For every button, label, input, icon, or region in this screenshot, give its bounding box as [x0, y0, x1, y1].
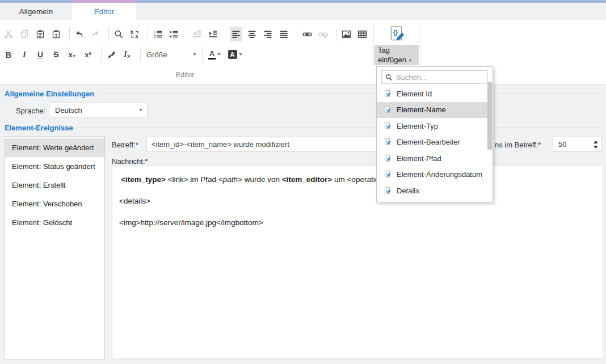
- tab-editor[interactable]: Editor: [72, 3, 136, 20]
- paste-icon[interactable]: [34, 27, 47, 41]
- table-icon[interactable]: [356, 27, 368, 41]
- section-general-settings: Allgemeine Einstellungen: [5, 90, 604, 98]
- svg-text:{}: {}: [386, 91, 389, 94]
- toolbar-separator: [297, 27, 297, 41]
- svg-text:a: a: [135, 33, 138, 39]
- insert-tag-menu: {}Element Id {}Element-Name {}Element-Ty…: [376, 66, 493, 202]
- svg-text:b: b: [131, 29, 133, 35]
- tag-icon: {}: [384, 154, 392, 163]
- subject-length-label: ns im Betreff:*: [495, 141, 541, 149]
- message-label: Nachricht:*: [112, 157, 148, 166]
- text-color-icon[interactable]: A: [206, 47, 223, 62]
- tag-menu-search[interactable]: [381, 70, 488, 84]
- bold-icon[interactable]: B: [2, 47, 15, 62]
- image-icon[interactable]: [340, 27, 352, 41]
- outdent-icon[interactable]: [191, 27, 203, 41]
- message-line-1: <item_type> <link> im Pfad <path> wurde …: [119, 175, 596, 184]
- toolbar-row-1: T ba 12: [2, 26, 372, 43]
- menu-item-element-id[interactable]: {}Element Id: [377, 86, 488, 102]
- list-item-erstellt[interactable]: Element: Erstellt: [5, 176, 104, 194]
- link-icon[interactable]: [301, 27, 313, 41]
- justify-icon[interactable]: [277, 27, 290, 41]
- undo-icon[interactable]: [73, 27, 86, 41]
- menu-item-element-bearbeiter[interactable]: {}Element-Bearbeiter: [377, 134, 488, 151]
- strikethrough-icon[interactable]: S: [50, 47, 62, 62]
- tab-allgemein[interactable]: Allgemein: [0, 3, 72, 20]
- language-value: Deutsch: [55, 106, 82, 115]
- tag-icon: {}: [384, 105, 392, 114]
- insert-tag-icon: {}: [374, 22, 419, 45]
- list-item-werte-geaendert[interactable]: Element: Werte geändert: [5, 138, 104, 157]
- svg-text:{}: {}: [386, 139, 389, 143]
- align-center-icon[interactable]: [246, 27, 258, 41]
- svg-text:{}: {}: [386, 188, 389, 191]
- svg-text:{}: {}: [386, 107, 389, 111]
- svg-text:{}: {}: [393, 29, 398, 36]
- tag-icon: {}: [384, 138, 392, 146]
- section-element-events: Element-Ereignisse: [5, 124, 604, 132]
- menu-item-element-aenderungsdatum[interactable]: {}Element-Änderungsdatum: [377, 167, 488, 183]
- remove-formatting-icon[interactable]: I×: [121, 47, 133, 62]
- font-size-dropdown[interactable]: Größe: [144, 50, 199, 59]
- list-item-status-geaendert[interactable]: Element: Status geändert: [5, 157, 104, 176]
- toolbar-separator: [226, 27, 226, 41]
- insert-tag-button[interactable]: {} Tag einfügen: [374, 22, 419, 65]
- toolbar-row-2: B I U S x₂ x² I× Größe A A: [2, 46, 247, 63]
- toolbar-separator: [148, 27, 148, 41]
- chevron-down-icon: [239, 53, 242, 56]
- paste-as-text-icon[interactable]: T: [50, 27, 62, 41]
- editor-settings-window: Allgemein Editor T ba 12: [0, 0, 606, 364]
- editor-ribbon: T ba 12 B I: [0, 20, 606, 84]
- list-item-verschoben[interactable]: Element: Verschoben: [5, 194, 104, 213]
- event-list: Element: Werte geändert Element: Status …: [5, 136, 105, 359]
- message-line-3: <img>http://server/image.jpg</imgbottom>: [119, 218, 596, 227]
- tag-menu-scrollbar[interactable]: [487, 82, 492, 150]
- search-icon[interactable]: [112, 27, 125, 41]
- cut-icon[interactable]: [2, 27, 15, 41]
- language-select[interactable]: Deutsch: [49, 103, 148, 117]
- replace-icon[interactable]: ba: [128, 27, 141, 41]
- message-editor[interactable]: <item_type> <link> im Pfad <path> wurde …: [112, 166, 603, 358]
- subscript-icon[interactable]: x₂: [66, 47, 78, 62]
- toolbar-separator: [187, 27, 187, 41]
- tag-icon: {}: [384, 90, 392, 98]
- toolbar-separator: [140, 47, 141, 62]
- text-color-swatch: [208, 58, 216, 60]
- menu-item-details[interactable]: {}Details: [377, 183, 488, 199]
- menu-item-element-typ[interactable]: {}Element-Typ: [377, 118, 488, 134]
- unlink-icon[interactable]: [317, 27, 329, 41]
- superscript-icon[interactable]: x²: [82, 47, 94, 62]
- italic-icon[interactable]: I: [18, 47, 31, 62]
- bulleted-list-icon[interactable]: [167, 27, 180, 41]
- indent-icon[interactable]: [207, 27, 219, 41]
- section-title: Element-Ereignisse: [5, 124, 73, 132]
- numbered-list-icon[interactable]: 12: [152, 27, 164, 41]
- toolbar-separator: [202, 47, 203, 62]
- menu-item-element-pfad[interactable]: {}Element-Pfad: [377, 150, 488, 167]
- align-right-icon[interactable]: [262, 27, 274, 41]
- spinner-up-icon[interactable]: [594, 141, 598, 143]
- background-color-icon[interactable]: A: [226, 47, 243, 62]
- toolbar-separator: [69, 27, 70, 41]
- font-size-label: Größe: [146, 50, 167, 59]
- tag-menu-search-input[interactable]: [396, 73, 484, 82]
- copy-icon[interactable]: [18, 27, 31, 41]
- svg-text:2: 2: [154, 35, 156, 39]
- subject-length-input[interactable]: [553, 137, 590, 151]
- chevron-down-icon: [409, 60, 412, 62]
- chevron-down-icon: [139, 109, 142, 111]
- spinner-down-icon[interactable]: [594, 146, 598, 149]
- svg-text:{}: {}: [386, 172, 389, 175]
- underline-icon[interactable]: U: [34, 47, 47, 62]
- svg-text:{}: {}: [386, 155, 389, 159]
- tag-icon: {}: [384, 170, 392, 179]
- message-line-2: <details>: [119, 196, 596, 206]
- menu-item-element-name[interactable]: {}Element-Name: [377, 102, 488, 118]
- search-icon: [385, 74, 393, 81]
- svg-text:1: 1: [154, 30, 156, 34]
- format-painter-icon[interactable]: [105, 47, 117, 62]
- align-left-icon[interactable]: [230, 27, 242, 41]
- subject-length-spinner: [553, 137, 602, 152]
- redo-icon[interactable]: [89, 27, 102, 41]
- list-item-geloescht[interactable]: Element: Gelöscht: [5, 213, 104, 232]
